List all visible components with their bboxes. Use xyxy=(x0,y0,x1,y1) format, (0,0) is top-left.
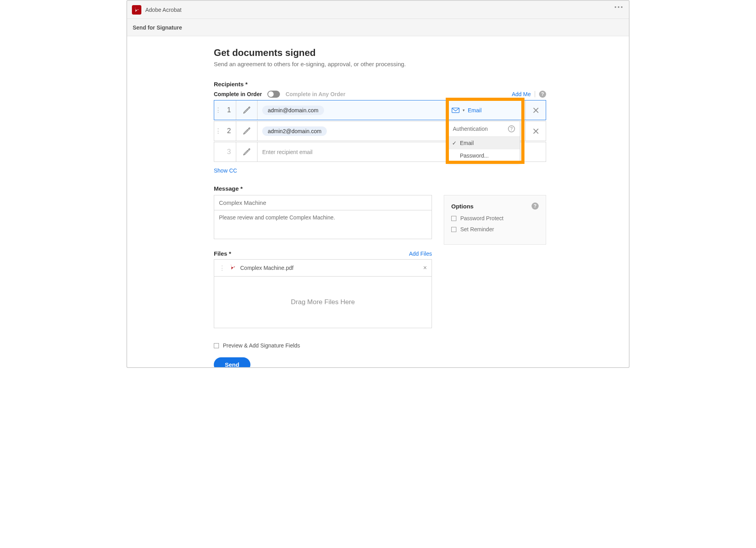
complete-any-order-label: Complete in Any Order xyxy=(285,91,345,97)
pdf-icon xyxy=(229,264,236,272)
email-pill: admin2@domain.com xyxy=(262,126,327,136)
options-title: Options xyxy=(451,203,474,210)
remove-recipient-button[interactable] xyxy=(525,100,546,120)
option-label: Password Protect xyxy=(460,215,504,221)
app-window: Adobe Acrobat Send for Signature Get doc… xyxy=(126,0,630,368)
message-box xyxy=(214,195,432,239)
subheader: Send for Signature xyxy=(127,19,629,36)
auth-option-password[interactable]: Password... xyxy=(448,149,520,162)
signer-role-icon[interactable] xyxy=(236,142,258,162)
auth-dropdown-header: Authentication ? xyxy=(448,121,520,137)
files-box: ⋮ Complex Machine.pdf × Drag More Files … xyxy=(214,259,432,328)
main-content: Get documents signed Send an agreement t… xyxy=(127,36,629,368)
recipients-list: ⋮ 1 admin@domain.com ▾ Email Authenticat… xyxy=(214,100,546,174)
drag-handle-icon[interactable]: ⋮ xyxy=(214,127,222,135)
recipient-number: 1 xyxy=(222,100,236,120)
preview-checkbox-row[interactable]: Preview & Add Signature Fields xyxy=(214,342,629,349)
recipient-row: ⋮ 1 admin@domain.com ▾ Email xyxy=(214,100,546,120)
order-toggle[interactable] xyxy=(267,91,280,98)
files-section: Files * Add Files ⋮ Complex Machine.pdf … xyxy=(214,250,432,328)
message-title-input[interactable] xyxy=(214,195,432,210)
more-options-button[interactable] xyxy=(615,6,623,8)
add-files-link[interactable]: Add Files xyxy=(409,251,432,257)
checkbox-icon xyxy=(451,216,456,221)
chevron-down-icon: ▾ xyxy=(463,108,465,112)
signer-role-icon[interactable] xyxy=(236,100,258,120)
recipient-number: 3 xyxy=(222,142,236,162)
options-panel: Options ? Password Protect Set Reminder xyxy=(444,195,546,245)
complete-in-order-label: Complete in Order xyxy=(214,91,262,97)
auth-help-icon[interactable]: ? xyxy=(508,125,515,132)
titlebar: Adobe Acrobat xyxy=(127,1,629,19)
files-label: Files * xyxy=(214,250,231,257)
drop-zone[interactable]: Drag More Files Here xyxy=(214,277,432,328)
file-name: Complex Machine.pdf xyxy=(240,265,419,271)
order-row: Complete in Order Complete in Any Order … xyxy=(214,91,546,98)
signer-role-icon[interactable] xyxy=(236,121,258,141)
auth-selector[interactable]: ▾ Email xyxy=(447,100,525,120)
message-label: Message * xyxy=(214,185,629,192)
page-subtitle: Send an agreement to others for e-signin… xyxy=(214,61,629,67)
option-password-protect[interactable]: Password Protect xyxy=(451,215,539,221)
message-section: Message * Options ? Password Protect xyxy=(214,185,629,245)
app-title: Adobe Acrobat xyxy=(145,7,182,13)
remove-file-button[interactable]: × xyxy=(423,264,427,271)
message-body-input[interactable] xyxy=(214,210,432,237)
recipient-email-input[interactable]: Enter recipient email xyxy=(258,149,447,155)
recipients-label: Recipients * xyxy=(214,81,629,87)
add-me-link[interactable]: Add Me xyxy=(512,91,531,97)
preview-label: Preview & Add Signature Fields xyxy=(223,342,300,349)
checkbox-icon xyxy=(451,227,456,232)
send-button[interactable]: Send xyxy=(214,357,250,368)
checkbox-icon xyxy=(214,343,219,348)
drag-handle-icon[interactable]: ⋮ xyxy=(219,264,225,272)
drag-handle-icon[interactable]: ⋮ xyxy=(214,106,222,114)
recipients-help-icon[interactable]: ? xyxy=(539,91,546,98)
recipient-email-cell[interactable]: admin@domain.com xyxy=(258,106,447,115)
email-placeholder: Enter recipient email xyxy=(262,149,313,155)
option-set-reminder[interactable]: Set Reminder xyxy=(451,226,539,232)
auth-dropdown: Authentication ? Email Password... xyxy=(448,121,520,162)
show-cc-link[interactable]: Show CC xyxy=(214,167,237,174)
option-label: Set Reminder xyxy=(460,226,494,232)
email-pill: admin@domain.com xyxy=(262,106,324,115)
auth-dropdown-title: Authentication xyxy=(453,126,488,132)
email-icon xyxy=(452,108,460,113)
auth-label: Email xyxy=(468,107,482,113)
recipient-email-cell[interactable]: admin2@domain.com xyxy=(258,126,447,136)
auth-option-email[interactable]: Email xyxy=(448,137,520,149)
file-row: ⋮ Complex Machine.pdf × xyxy=(214,260,432,277)
page-heading: Get documents signed xyxy=(214,47,629,58)
divider xyxy=(535,91,535,97)
remove-recipient-button[interactable] xyxy=(525,121,546,141)
options-help-icon[interactable]: ? xyxy=(532,202,539,210)
acrobat-app-icon xyxy=(132,5,141,15)
recipient-number: 2 xyxy=(222,121,236,141)
